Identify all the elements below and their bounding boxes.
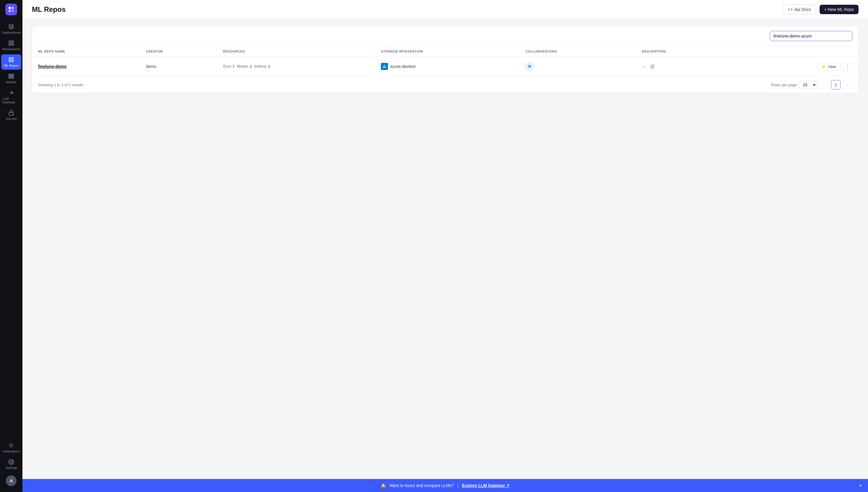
svg-rect-7 — [12, 44, 14, 46]
header-actions: Api Docs + New ML Repo — [783, 4, 859, 15]
sidebar-item-label: Secrets — [6, 117, 17, 121]
sidebar-item-label: Deployments — [2, 31, 21, 34]
ellipsis-icon: ⋮ — [845, 64, 850, 69]
explore-llm-gateway-link[interactable]: Explore LLM Gateway ↗ — [462, 483, 510, 488]
sidebar-item-label: ML Repos — [4, 64, 19, 67]
svg-rect-9 — [12, 57, 14, 59]
col-actions — [732, 46, 858, 57]
banner-bell-icon: 🔔 — [381, 483, 386, 488]
row-actions: ⚡ View ⋮ — [738, 62, 852, 71]
rows-per-page-label: Rows per page — [771, 83, 797, 87]
svg-rect-1 — [11, 7, 14, 9]
col-storage: STORAGE INTEGRATION — [375, 46, 519, 57]
search-wrapper — [770, 31, 852, 41]
current-page: 1 — [831, 80, 841, 90]
banner-close-button[interactable]: × — [859, 483, 862, 488]
col-collaborators: COLLABORATORS — [520, 46, 636, 57]
svg-rect-12 — [9, 74, 14, 75]
search-input[interactable] — [770, 31, 852, 41]
svg-rect-13 — [9, 76, 14, 76]
sidebar-item-deployments[interactable]: Deployments — [1, 21, 21, 36]
sidebar-item-workspaces[interactable]: Workspaces — [1, 38, 21, 53]
col-description: DESCRIPTION — [636, 46, 732, 57]
col-resources: RESOURCES — [217, 46, 375, 57]
pagination: Rows per page 25 50 100 ‹ 1 › — [771, 80, 852, 90]
external-link-icon: ↗ — [506, 483, 510, 488]
svg-point-17 — [10, 461, 12, 463]
table-row: finetune-demo demo Runs 7 Models — [32, 57, 858, 76]
results-text: Showing 1 to 1 of 1 results — [38, 83, 83, 87]
pencil-icon — [650, 65, 655, 69]
sidebar-item-label: Workspaces — [2, 47, 20, 51]
sidebar: Deployments Workspaces ML Repos — [0, 0, 22, 492]
col-creator: CREATOR — [140, 46, 217, 57]
new-ml-repo-label: + New ML Repo — [824, 7, 854, 12]
page-title: ML Repos — [32, 5, 66, 14]
card-footer: Showing 1 to 1 of 1 results Rows per pag… — [32, 76, 858, 93]
banner-text: Want to tryout and compare LLMs? — [389, 483, 454, 488]
svg-rect-8 — [9, 57, 11, 59]
sidebar-item-label: Settings — [5, 466, 17, 470]
storage-cell: azure-devtest — [375, 57, 519, 76]
sidebar-item-secrets[interactable]: Secrets — [1, 107, 21, 123]
storage-name: azure-devtest — [390, 64, 415, 69]
new-ml-repo-button[interactable]: + New ML Repo — [820, 5, 859, 14]
repo-name-link[interactable]: finetune-demo — [38, 64, 67, 69]
sidebar-item-models[interactable]: Models — [1, 71, 21, 86]
more-options-button[interactable]: ⋮ — [843, 62, 852, 71]
artifacts-badge: Artifacts 3 — [254, 65, 270, 69]
edit-description-button[interactable] — [648, 62, 657, 71]
next-page-button[interactable]: › — [843, 80, 852, 90]
api-docs-button[interactable]: Api Docs — [783, 4, 816, 15]
bottom-banner: 🔔 Want to tryout and compare LLMs? | Exp… — [22, 479, 868, 492]
runs-badge: Runs 7 — [223, 65, 234, 69]
svg-rect-3 — [11, 10, 14, 12]
banner-divider: | — [457, 483, 459, 488]
content-area: ML REPO NAME CREATOR RESOURCES STORAGE I… — [22, 19, 868, 492]
api-docs-label: Api Docs — [794, 7, 811, 12]
collaborator-avatar: N — [526, 62, 534, 71]
description-cell: — — [636, 57, 732, 76]
col-name: ML REPO NAME — [32, 46, 140, 57]
prev-page-button[interactable]: ‹ — [819, 80, 829, 90]
svg-rect-14 — [9, 77, 14, 78]
models-badge: Models 3 — [237, 65, 252, 69]
svg-rect-15 — [9, 113, 14, 115]
banner-link-text: Explore LLM Gateway — [462, 483, 505, 488]
svg-rect-4 — [9, 41, 11, 43]
lightning-icon: ⚡ — [821, 65, 826, 69]
svg-rect-11 — [12, 60, 14, 62]
view-label: View — [828, 65, 836, 69]
rows-per-page-select[interactable]: 25 50 100 — [799, 81, 817, 89]
header: ML Repos Api Docs + New ML Repo — [22, 0, 868, 19]
storage-integration: azure-devtest — [381, 63, 513, 70]
ml-repos-card: ML REPO NAME CREATOR RESOURCES STORAGE I… — [32, 26, 859, 93]
sidebar-item-ml-repos[interactable]: ML Repos — [1, 54, 21, 70]
svg-point-16 — [10, 445, 12, 446]
actions-cell: ⚡ View ⋮ — [732, 57, 858, 76]
app-logo[interactable] — [5, 3, 17, 15]
resource-badges: Runs 7 Models 3 Artifacts 3 — [223, 65, 369, 69]
sidebar-item-settings[interactable]: Settings — [1, 457, 21, 472]
svg-rect-0 — [8, 7, 11, 9]
sidebar-item-label: Integrations — [3, 449, 20, 453]
resources-cell: Runs 7 Models 3 Artifacts 3 — [217, 57, 375, 76]
ml-repos-table: ML REPO NAME CREATOR RESOURCES STORAGE I… — [32, 46, 858, 76]
table-header-row: ML REPO NAME CREATOR RESOURCES STORAGE I… — [32, 46, 858, 57]
sidebar-item-integrations[interactable]: Integrations — [1, 440, 21, 456]
description-content: — — [642, 62, 726, 71]
sidebar-item-label: Models — [6, 80, 16, 84]
svg-rect-10 — [9, 60, 11, 62]
sidebar-nav: Deployments Workspaces ML Repos — [0, 21, 22, 440]
api-docs-icon — [788, 7, 793, 12]
main-content: ML Repos Api Docs + New ML Repo — [22, 0, 868, 492]
collaborators-cell: N — [520, 57, 636, 76]
azure-icon — [381, 63, 388, 70]
view-button[interactable]: ⚡ View — [817, 62, 841, 71]
svg-rect-5 — [12, 41, 14, 43]
svg-rect-6 — [9, 44, 11, 46]
svg-rect-2 — [8, 10, 11, 12]
sidebar-item-llm-gateway[interactable]: LLM Gateway — [1, 88, 21, 106]
avatar[interactable]: A — [6, 475, 17, 486]
card-toolbar — [32, 26, 858, 46]
